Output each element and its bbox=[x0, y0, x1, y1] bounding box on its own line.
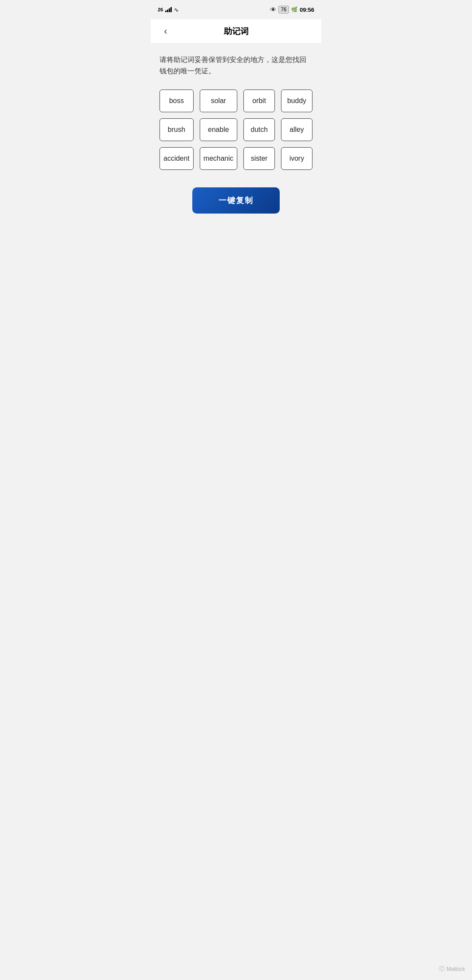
status-bar: 26 ∿ 👁 76 🌿 09:56 bbox=[151, 0, 321, 19]
mnemonic-word-9: accident bbox=[160, 147, 194, 170]
copy-button-wrapper: 一键复制 bbox=[160, 187, 312, 214]
copy-all-button[interactable]: 一键复制 bbox=[192, 187, 280, 214]
header: ‹ 助记词 bbox=[151, 19, 321, 44]
page-title: 助记词 bbox=[224, 26, 249, 37]
main-content: 请将助记词妥善保管到安全的地方，这是您找回钱包的唯一凭证。 bosssolaro… bbox=[151, 44, 321, 222]
mnemonic-word-8: alley bbox=[281, 118, 312, 141]
mnemonic-word-5: brush bbox=[160, 118, 194, 141]
leaf-icon: 🌿 bbox=[291, 7, 298, 13]
carrier-badge: 26 bbox=[158, 7, 163, 12]
mnemonic-word-11: sister bbox=[243, 147, 275, 170]
mnemonic-word-2: solar bbox=[200, 90, 237, 112]
battery-level: 76 bbox=[278, 6, 288, 14]
mnemonic-grid: bosssolarorbitbuddybrushenabledutchalley… bbox=[160, 90, 312, 170]
status-right: 👁 76 🌿 09:56 bbox=[270, 6, 314, 14]
eye-icon: 👁 bbox=[270, 6, 276, 13]
wifi-icon: ∿ bbox=[174, 7, 179, 13]
mnemonic-word-4: buddy bbox=[281, 90, 312, 112]
clock-time: 09:56 bbox=[300, 7, 314, 13]
mnemonic-word-3: orbit bbox=[243, 90, 275, 112]
mnemonic-word-1: boss bbox=[160, 90, 194, 112]
signal-icon bbox=[165, 7, 172, 12]
status-left: 26 ∿ bbox=[158, 7, 179, 13]
back-button[interactable]: ‹ bbox=[158, 24, 174, 39]
mnemonic-word-6: enable bbox=[200, 118, 237, 141]
mnemonic-word-7: dutch bbox=[243, 118, 275, 141]
mnemonic-word-12: ivory bbox=[281, 147, 312, 170]
description-text: 请将助记词妥善保管到安全的地方，这是您找回钱包的唯一凭证。 bbox=[160, 54, 312, 76]
mnemonic-word-10: mechanic bbox=[200, 147, 237, 170]
